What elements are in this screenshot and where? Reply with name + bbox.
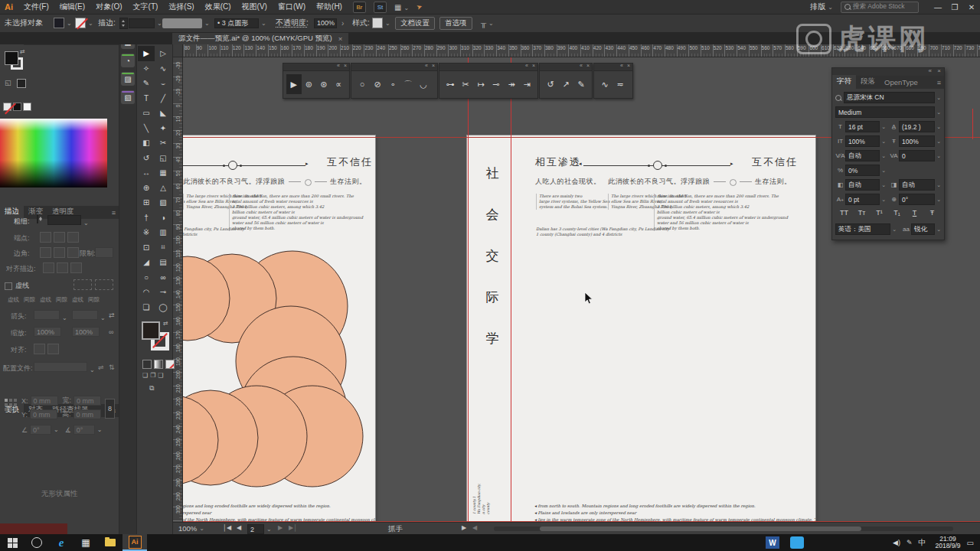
x-field[interactable]: 0 mm (31, 396, 58, 406)
minimize-button[interactable]: — (929, 3, 946, 11)
tearoff-toolbar-2[interactable]: «×○⊘∘⌒◡ (351, 63, 438, 99)
rotate-field[interactable]: 0° (30, 425, 51, 435)
tearoff-tool-icon[interactable]: ∝ (332, 74, 347, 94)
screen-mode-button[interactable]: ⧉ (149, 384, 154, 393)
illustrator-taskbar-icon[interactable]: Ai (122, 534, 147, 551)
collapse-icon[interactable]: « (425, 63, 428, 68)
edge-icon[interactable]: e (49, 534, 74, 551)
tearoff-tool-icon[interactable]: ⊛ (316, 74, 332, 94)
arrow-start-select[interactable]: ⌄ (34, 310, 67, 321)
horizontal-ruler[interactable]: 8090100110120130140150160170180190200210… (182, 44, 980, 57)
mesh-tool[interactable]: ⊞ (138, 195, 155, 210)
ruler-corner[interactable] (172, 44, 183, 57)
tearoff-tool-icon[interactable]: ✎ (573, 74, 589, 94)
leading-row[interactable]: A̲(19.2 )⌄ (889, 121, 941, 132)
zoom-tool[interactable]: ◯ (155, 300, 172, 315)
tearoff-toolbar-5[interactable]: «×∿≂ (593, 63, 633, 99)
notification-center-icon[interactable]: ▭ (967, 539, 974, 547)
font-size-row[interactable]: T16 pt⌄ (835, 121, 886, 132)
last-color-swatch[interactable] (17, 79, 26, 88)
first-artboard-icon[interactable]: │◀ (223, 524, 231, 531)
tearoff-header[interactable]: «× (439, 64, 537, 71)
cap-buttons[interactable] (40, 232, 81, 244)
curvature-tool[interactable]: ⌣ (155, 76, 172, 91)
close-icon[interactable]: × (344, 63, 347, 68)
artboard-nav-select[interactable]: 2⌄ (247, 524, 272, 534)
all-caps-button[interactable]: TT (835, 209, 853, 217)
none-swatch[interactable] (3, 103, 11, 111)
close-icon[interactable]: × (432, 63, 435, 68)
ruler-tool[interactable]: ▤ (155, 255, 172, 270)
vertical-ruler[interactable]: -30-20-100102030405060708090100110120130… (172, 57, 183, 522)
file-explorer-icon[interactable] (98, 534, 122, 551)
menu-window[interactable]: 窗口(W) (278, 2, 305, 12)
preferences-button[interactable]: 首选项 (439, 18, 472, 28)
scroll-left-icon[interactable]: ▶ (462, 524, 466, 531)
arc-tool[interactable]: ◠ (138, 285, 155, 300)
shaper-tool[interactable]: ✦ (155, 121, 172, 136)
direct-selection-tool[interactable]: ▷ (155, 46, 172, 61)
panel-menu-icon[interactable]: ≡ (937, 79, 941, 86)
dash-preset-buttons[interactable] (74, 279, 113, 292)
last-artboard-icon[interactable]: ▶│ (289, 524, 297, 531)
collapse-icon[interactable]: « (620, 63, 623, 68)
artboard-tool[interactable]: ⊡ (138, 240, 155, 256)
stroke-weight-select[interactable]: ⌄ (129, 18, 162, 28)
image-panel-icon[interactable]: ▧ (121, 90, 135, 104)
opacity-more[interactable]: › (341, 18, 344, 28)
constrain-proportions-icon[interactable]: 8 (105, 399, 115, 419)
knife-tool[interactable]: ◢ (138, 255, 155, 270)
fill-proxy[interactable] (5, 51, 18, 65)
style-swatch[interactable]: ⌄ (372, 18, 390, 28)
zoom-level-select[interactable]: 100%⌄ (178, 524, 204, 533)
word-icon[interactable]: W (766, 536, 779, 549)
tearoff-header[interactable]: «× (283, 64, 349, 71)
horizontal-scale-row[interactable]: Ŧ100%⌄ (889, 135, 941, 147)
collapse-icon[interactable]: « (929, 67, 932, 74)
tearoff-toolbar-4[interactable]: «×↺↗✎ (539, 63, 593, 99)
align-icon[interactable]: ╥⌄ (481, 18, 494, 28)
stroke-weight-stepper[interactable] (119, 18, 128, 28)
artboard-right[interactable]: 相互渗透互不信任◂▸人吃人的社会现状。此消彼长的不良习气。浮浮踉踉生存法则。Th… (467, 135, 815, 522)
close-icon[interactable]: × (586, 63, 590, 68)
shape-builder-tool[interactable]: ⊕ (138, 181, 155, 196)
draw-mode-buttons[interactable]: ❏❐❑ (142, 372, 164, 379)
join-tool[interactable]: ⊸ (155, 285, 172, 300)
cortana-search-button[interactable] (24, 534, 49, 551)
stroke-weight-select[interactable]: ⌄ (47, 215, 89, 227)
circle-artwork[interactable] (183, 135, 375, 522)
color-spectrum[interactable] (0, 119, 107, 187)
close-button[interactable]: ✕ (963, 3, 980, 11)
scissors-tool[interactable]: ✂ (155, 135, 172, 151)
line-segment-tool[interactable]: ╱ (155, 91, 172, 106)
chart-panel-icon[interactable]: ▨ (121, 72, 135, 86)
tearoff-tool-icon[interactable]: ⊘ (370, 74, 385, 94)
tearoff-tool-icon[interactable]: ⇥ (519, 74, 534, 94)
stroke-swatch[interactable]: ⌄ (75, 18, 93, 28)
flip-along-icon[interactable]: ⇌ (98, 364, 104, 371)
height-field[interactable]: 0 mm (74, 409, 101, 419)
slice-tool[interactable]: ⌗ (155, 240, 172, 256)
menu-select[interactable]: 选择(S) (168, 2, 194, 12)
next-artboard-icon[interactable]: ▶ (278, 524, 283, 531)
pencil-tool[interactable]: ╲ (138, 121, 155, 136)
dashed-line-checkbox[interactable] (5, 282, 12, 290)
proportional-spacing-row[interactable]: %0%⌄ (835, 165, 886, 176)
opacity-value[interactable]: 100% (314, 18, 337, 28)
tab-paragraph[interactable]: 段落 (856, 75, 880, 89)
pen-settings-icon[interactable]: ✎ (906, 539, 913, 546)
tearoff-tool-icon[interactable]: ↦ (473, 74, 488, 94)
menu-effect[interactable]: 效果(C) (205, 2, 231, 12)
white-swatch[interactable] (23, 103, 31, 111)
tearoff-tool-icon[interactable]: ⊸ (488, 74, 504, 94)
preview-glasses-tool[interactable]: ∞ (155, 270, 172, 285)
stock-icon[interactable]: St (374, 2, 387, 13)
hand-tool[interactable]: ❏ (138, 300, 155, 315)
artboard-left[interactable]: 相互渗透互不信任◂▸人吃人的社会现状。此消彼长的不良习气。浮浮踉踉生存法则。Th… (183, 135, 375, 522)
tsume-right-row[interactable]: ◨自动⌄ (889, 179, 941, 191)
lasso-tool[interactable]: ∿ (155, 61, 172, 77)
vertical-scale-row[interactable]: IT100%⌄ (835, 135, 886, 147)
scale-tool[interactable]: ◱ (155, 151, 172, 166)
volume-icon[interactable]: ◀) (893, 539, 900, 546)
small-caps-button[interactable]: Tᴛ (853, 209, 871, 217)
